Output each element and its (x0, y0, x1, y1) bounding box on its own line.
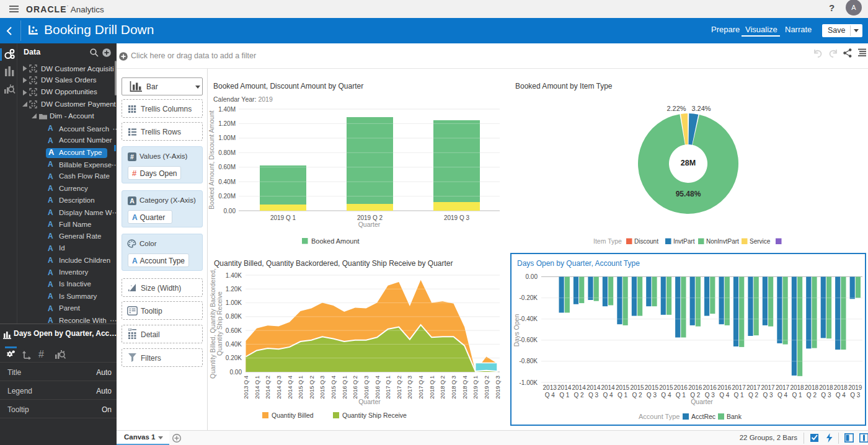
svg-text:Q 4: Q 4 (836, 392, 846, 399)
svg-text:Q 3: Q 3 (821, 392, 831, 399)
svg-text:2017 Q 3: 2017 Q 3 (406, 376, 413, 399)
svg-text:2013 Q 4: 2013 Q 4 (242, 376, 249, 399)
svg-text:2014: 2014 (557, 384, 572, 391)
svg-text:A: A (130, 197, 135, 205)
svg-text:0.40M: 0.40M (218, 178, 236, 185)
svg-text:Q 1: Q 1 (792, 392, 802, 399)
svg-text:1.20K: 1.20K (226, 286, 242, 293)
svg-text:-0.40K: -0.40K (520, 315, 538, 322)
svg-text:Item Type: Item Type (593, 237, 622, 245)
svg-text:2015 Q 1: 2015 Q 1 (297, 376, 304, 399)
svg-text:2014 Q 3: 2014 Q 3 (275, 376, 282, 399)
svg-text:1.40K: 1.40K (226, 272, 242, 279)
svg-text:2014: 2014 (572, 384, 586, 391)
svg-text:2019 Q 2: 2019 Q 2 (483, 376, 490, 399)
svg-text:2016 Q 4: 2016 Q 4 (374, 376, 381, 399)
svg-text:AcctRec: AcctRec (691, 413, 715, 420)
svg-text:-0.20K: -0.20K (520, 294, 538, 301)
svg-text:Q 3: Q 3 (850, 392, 861, 399)
svg-text:-1.00K: -1.00K (520, 379, 538, 386)
svg-text:1.00K: 1.00K (226, 299, 242, 306)
svg-text:0.00: 0.00 (224, 208, 236, 214)
svg-text:2019 Q 3: 2019 Q 3 (494, 376, 501, 399)
svg-text:Q 4: Q 4 (545, 392, 556, 399)
svg-text:2015 Q 3: 2015 Q 3 (319, 376, 326, 399)
svg-text:1.00M: 1.00M (218, 134, 236, 141)
svg-text:0.20K: 0.20K (226, 355, 242, 361)
svg-text:2017: 2017 (761, 384, 775, 391)
svg-text:95.48%: 95.48% (676, 190, 701, 198)
svg-text:Q 1: Q 1 (734, 392, 745, 399)
svg-text:2019 Q 1: 2019 Q 1 (472, 376, 479, 399)
svg-text:0.60K: 0.60K (226, 327, 242, 334)
svg-text:2019 Q 3: 2019 Q 3 (444, 214, 470, 221)
svg-text:Q 2: Q 2 (574, 392, 585, 399)
svg-text:0.80K: 0.80K (226, 313, 242, 320)
svg-text:2016: 2016 (674, 384, 688, 391)
svg-text:Q 1: Q 1 (676, 392, 686, 399)
svg-text:2016: 2016 (688, 384, 702, 391)
svg-text:2016 Q 3: 2016 Q 3 (363, 376, 370, 399)
svg-text:2019: 2019 (848, 384, 862, 391)
svg-text:2015: 2015 (616, 384, 630, 391)
svg-text:1.40M: 1.40M (218, 106, 236, 113)
svg-text:2018 Q 2: 2018 Q 2 (439, 376, 446, 399)
svg-text:-0.60K: -0.60K (520, 337, 538, 343)
svg-text:Booked Amount by Item Type: Booked Amount by Item Type (515, 82, 613, 90)
svg-text:2016 Q 1: 2016 Q 1 (341, 376, 348, 399)
svg-text:Booked Amount, Discount Amount: Booked Amount, Discount Amount (208, 110, 215, 209)
svg-text:2018: 2018 (834, 384, 848, 391)
svg-text:Quarter: Quarter (358, 398, 381, 405)
svg-text:2018 Q 4: 2018 Q 4 (461, 376, 468, 399)
svg-text:Q 4: Q 4 (661, 392, 671, 399)
svg-text:Quantity Billed, Quantity Back: Quantity Billed, Quantity Backordered, Q… (214, 259, 453, 268)
svg-text:Q 1: Q 1 (618, 392, 628, 399)
svg-text:2019 Q 1: 2019 Q 1 (270, 214, 296, 221)
svg-text:2014 Q 1: 2014 Q 1 (254, 376, 260, 399)
svg-text:Account Type: Account Type (639, 413, 680, 420)
svg-text:Quantity Ship Receive: Quantity Ship Receive (342, 412, 407, 419)
svg-text:Service: Service (750, 238, 771, 245)
svg-text:0.00: 0.00 (230, 369, 242, 376)
svg-text:2015: 2015 (645, 384, 659, 391)
svg-text:Days Open by Quarter, Account: Days Open by Quarter, Account Type (517, 259, 640, 268)
svg-text:Days Open: Days Open (513, 314, 520, 347)
svg-text:Q 4: Q 4 (603, 392, 613, 399)
svg-text:2018 Q 3: 2018 Q 3 (450, 376, 457, 399)
svg-text:0.00: 0.00 (526, 273, 538, 280)
svg-text:2015 Q 2: 2015 Q 2 (308, 376, 315, 399)
svg-text:2014: 2014 (587, 384, 601, 391)
svg-text:Quarter: Quarter (358, 221, 381, 228)
svg-text:Q 2: Q 2 (807, 392, 817, 399)
svg-text:2013: 2013 (543, 384, 557, 391)
svg-text:Booked Amount, Discount Amount: Booked Amount, Discount Amount by Quarte… (213, 82, 363, 90)
svg-text:0.80M: 0.80M (218, 149, 236, 156)
svg-text:0.60M: 0.60M (218, 164, 236, 170)
svg-text:Q 2: Q 2 (748, 392, 759, 399)
svg-text:0.20M: 0.20M (218, 193, 236, 200)
svg-text:2015: 2015 (630, 384, 644, 391)
svg-text:Quantity Ship Receive: Quantity Ship Receive (216, 291, 223, 356)
svg-text:2017: 2017 (746, 384, 761, 391)
svg-text:2014 Q 4: 2014 Q 4 (286, 376, 293, 399)
svg-text:Discount: Discount (634, 238, 658, 245)
svg-text:2018: 2018 (790, 384, 804, 391)
svg-text:2015 Q 4: 2015 Q 4 (330, 376, 337, 399)
svg-text:2017 Q 2: 2017 Q 2 (396, 376, 402, 399)
svg-text:Bank: Bank (727, 413, 742, 420)
svg-text:2017: 2017 (776, 384, 790, 391)
svg-text:2018: 2018 (819, 384, 833, 391)
svg-text:3.24%: 3.24% (691, 105, 711, 112)
svg-text:2018: 2018 (805, 384, 819, 391)
svg-text:Q 3: Q 3 (588, 392, 599, 399)
svg-text:1.20M: 1.20M (218, 120, 236, 127)
svg-text:InvtPart: InvtPart (673, 238, 695, 245)
svg-text:NonInvtPart: NonInvtPart (706, 238, 739, 245)
svg-text:2017 Q 4: 2017 Q 4 (417, 376, 424, 399)
svg-text:2018 Q 1: 2018 Q 1 (428, 376, 435, 399)
svg-text:0.40K: 0.40K (226, 341, 242, 348)
svg-text:2017: 2017 (732, 384, 746, 391)
svg-text:Calendar Year: 2019: Calendar Year: 2019 (213, 95, 273, 103)
svg-text:Q 4: Q 4 (719, 392, 730, 399)
svg-text:2.22%: 2.22% (666, 105, 686, 112)
